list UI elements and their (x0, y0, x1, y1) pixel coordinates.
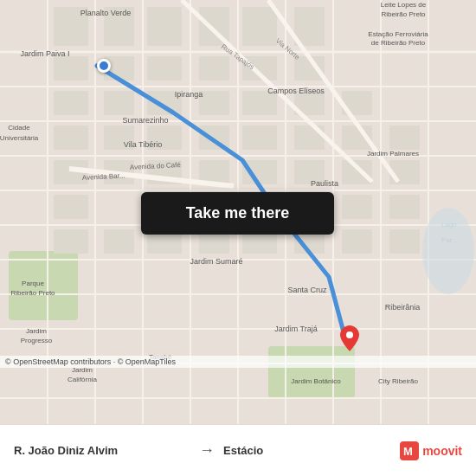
svg-text:Santa Cruz: Santa Cruz (287, 286, 327, 294)
svg-text:Leite Lopes de: Leite Lopes de (381, 1, 427, 9)
svg-point-110 (422, 208, 474, 294)
svg-rect-43 (54, 125, 88, 150)
svg-text:Vila Tibério: Vila Tibério (124, 140, 162, 149)
svg-point-111 (346, 331, 353, 338)
svg-text:Ribeirão Preto: Ribeirão Preto (381, 10, 426, 18)
svg-text:Califórnia: Califórnia (68, 376, 97, 383)
origin-marker (97, 59, 111, 73)
svg-rect-65 (54, 229, 88, 254)
svg-text:Ribeirânia: Ribeirânia (385, 303, 421, 312)
svg-rect-63 (342, 195, 372, 219)
svg-rect-33 (199, 56, 229, 80)
footer-arrow: → (199, 441, 215, 460)
svg-rect-28 (242, 7, 277, 46)
svg-rect-47 (242, 125, 277, 150)
svg-text:Estação Ferroviária: Estação Ferroviária (368, 30, 428, 38)
svg-rect-39 (199, 91, 229, 115)
destination-marker (340, 325, 359, 355)
svg-text:Campos Elíseos: Campos Elíseos (267, 87, 325, 95)
footer-destination: Estácio (223, 444, 400, 457)
footer-origin: R. João Diniz Alvim (14, 444, 190, 457)
svg-text:Ipiranga: Ipiranga (175, 90, 203, 99)
svg-rect-66 (104, 229, 134, 254)
svg-rect-32 (147, 56, 182, 80)
moovit-logo-text: moovit (422, 444, 462, 458)
svg-text:Jardim: Jardim (26, 327, 47, 335)
take-me-there-button[interactable]: Take me there (141, 192, 334, 235)
svg-text:Jardim Sumaré: Jardim Sumaré (190, 257, 242, 266)
svg-text:City Ribeirão: City Ribeirão (378, 377, 418, 385)
svg-rect-30 (54, 56, 88, 80)
map-attribution: © OpenStreetMap contributors · © OpenMap… (0, 356, 476, 368)
svg-rect-57 (342, 160, 372, 184)
svg-text:Ribeirão Preto: Ribeirão Preto (10, 289, 55, 297)
moovit-logo: M moovit (400, 441, 462, 460)
svg-rect-58 (389, 160, 420, 184)
svg-rect-37 (104, 91, 134, 115)
footer: R. João Diniz Alvim → Estácio M moovit (0, 424, 476, 476)
svg-rect-55 (242, 160, 277, 184)
svg-text:Cidade: Cidade (8, 124, 30, 132)
svg-text:Sumarezinho: Sumarezinho (122, 116, 168, 125)
svg-rect-71 (342, 229, 372, 254)
svg-text:M: M (403, 445, 413, 458)
svg-text:Jardim Botânico: Jardim Botânico (291, 377, 341, 385)
svg-text:Jardim Paiva I: Jardim Paiva I (20, 49, 69, 58)
svg-text:Universitária: Universitária (0, 134, 39, 142)
svg-rect-59 (54, 195, 88, 219)
svg-rect-36 (54, 91, 88, 115)
svg-rect-50 (389, 125, 420, 150)
svg-text:Progresso: Progresso (21, 337, 53, 344)
svg-rect-64 (389, 195, 420, 219)
svg-text:Jardim Trajá: Jardim Trajá (274, 325, 318, 333)
svg-text:de Ribeirão Preto: de Ribeirão Preto (371, 39, 426, 47)
svg-text:Paulista: Paulista (311, 179, 338, 188)
moovit-logo-icon: M (400, 441, 419, 460)
svg-text:Parque: Parque (22, 280, 44, 287)
svg-rect-26 (147, 7, 182, 46)
map-container: Avenida Bar... Avenida do Café Planalto … (0, 0, 476, 424)
svg-text:Planalto Verde: Planalto Verde (80, 9, 132, 17)
svg-text:Jardim Palmares: Jardim Palmares (367, 150, 419, 158)
svg-rect-72 (389, 229, 420, 254)
